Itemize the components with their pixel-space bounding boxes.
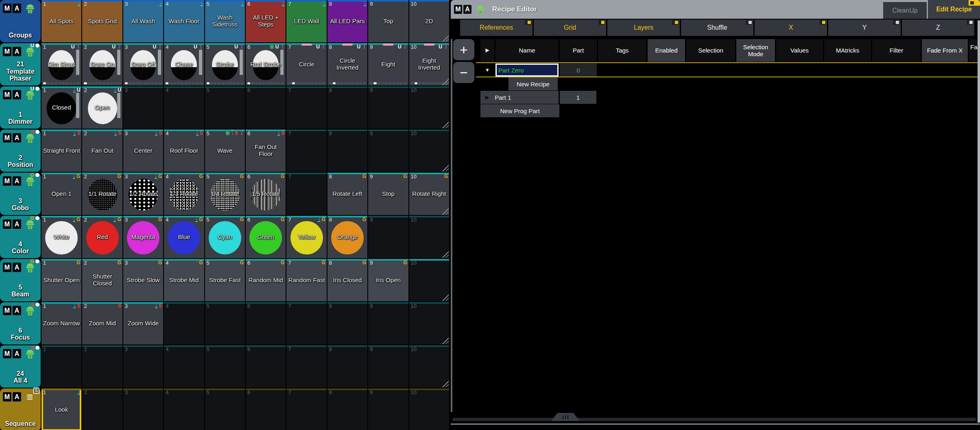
- pool-all4-cell-8[interactable]: 8: [327, 345, 367, 388]
- pool-gobo-cell-2[interactable]: 2G1/1 Rotate: [82, 173, 122, 215]
- pool-color-cell-2[interactable]: 2↓GRed: [82, 216, 122, 258]
- pool-focus-cell-8[interactable]: 8: [327, 302, 367, 344]
- column-header-selection-mode[interactable]: Selection Mode: [736, 39, 775, 62]
- pool-beam-cell-4[interactable]: 4GStrobe Mid: [164, 259, 204, 301]
- pool-dimmer-cell-9[interactable]: 9: [368, 86, 408, 129]
- row-expand-arrow-part-1[interactable]: ▶: [485, 94, 489, 100]
- pool-header-beam[interactable]: GMA5Beam: [0, 259, 41, 301]
- pool-header-all4[interactable]: SMA24All 4: [0, 345, 41, 388]
- tab-x[interactable]: X: [755, 20, 827, 36]
- pool-focus-cell-6[interactable]: 6: [246, 302, 286, 344]
- pool-color-cell-3[interactable]: 3GMagenta: [123, 216, 163, 258]
- pool-dimmer-cell-1[interactable]: 1↓UClosed: [41, 86, 81, 129]
- pool-header-gobo[interactable]: GMA3Gobo: [0, 173, 41, 215]
- pool-header-color[interactable]: GMA4Color: [0, 216, 41, 258]
- pool-all4-cell-1[interactable]: 1: [41, 345, 81, 388]
- pool-template-phaser-cell-4[interactable]: 4U⋮Chase: [164, 43, 204, 86]
- pool-color-cell-6[interactable]: 6GGreen: [246, 216, 286, 258]
- pool-focus-cell-10[interactable]: 10: [409, 302, 449, 344]
- pool-all4-cell-2[interactable]: 2: [82, 345, 122, 388]
- pool-dimmer-cell-3[interactable]: 3: [123, 86, 163, 129]
- pool-all4-cell-5[interactable]: 5: [205, 345, 245, 388]
- column-header-fade-from-x[interactable]: Fade From X: [922, 39, 968, 62]
- pool-resize-handle[interactable]: [441, 250, 449, 258]
- pool-focus-cell-2[interactable]: 2SZoom Mid: [82, 302, 122, 344]
- pool-sequence-cell-1[interactable]: 1↓Look: [41, 388, 81, 430]
- pool-focus-cell-7[interactable]: 7: [286, 302, 326, 344]
- remove-row-button[interactable]: −: [453, 62, 474, 83]
- pool-dimmer-cell-8[interactable]: 8: [327, 86, 367, 129]
- pool-groups-cell-9[interactable]: 9Top: [368, 0, 408, 42]
- column-header-name[interactable]: Name: [495, 39, 559, 62]
- pool-gobo-cell-3[interactable]: 3↓G1/2 Rotate: [123, 173, 163, 215]
- pool-sequence-cell-6[interactable]: 6: [246, 388, 286, 430]
- pool-resize-handle[interactable]: [441, 206, 449, 215]
- pool-position-cell-9[interactable]: 9: [368, 129, 408, 172]
- pool-template-phaser-cell-3[interactable]: 3U⋮Snap Off: [123, 43, 163, 86]
- left-scrollbar[interactable]: [451, 39, 452, 412]
- pool-gobo-cell-7[interactable]: 7: [286, 173, 326, 215]
- pool-color-cell-1[interactable]: 1↓GWhite: [41, 216, 81, 258]
- row-part-1[interactable]: ▶Part 1: [480, 91, 559, 104]
- pool-groups-cell-4[interactable]: 4↓Wash Floor: [164, 0, 204, 42]
- tab-z[interactable]: Z: [902, 20, 974, 36]
- pool-color-cell-8[interactable]: 8GOrange: [327, 216, 367, 258]
- pool-template-phaser-cell-6[interactable]: 6▦U⋮Rnd Strobe: [246, 43, 286, 86]
- pool-sequence-cell-9[interactable]: 9: [368, 388, 408, 430]
- pool-resize-handle[interactable]: [441, 120, 449, 128]
- column-header-selection[interactable]: Selection: [686, 39, 735, 62]
- pool-groups-cell-2[interactable]: 2Spots Grid: [82, 0, 122, 42]
- pool-focus-cell-1[interactable]: 1↓SZoom Narrow: [41, 302, 81, 344]
- pool-sequence-cell-8[interactable]: 8: [327, 388, 367, 430]
- pool-beam-cell-1[interactable]: 1GShutter Open: [41, 259, 81, 301]
- column-header-filter[interactable]: Filter: [872, 39, 921, 62]
- column-header-tags[interactable]: Tags: [598, 39, 646, 62]
- pool-color-cell-7[interactable]: 7↓GYellow: [286, 216, 326, 258]
- window-pin-indicator[interactable]: [969, 0, 980, 6]
- pool-beam-cell-5[interactable]: 5GStrobe Fast: [205, 259, 245, 301]
- column-header-matricks[interactable]: MAtricks: [824, 39, 871, 62]
- pool-template-phaser-cell-2[interactable]: 2U⋮Snap On: [82, 43, 122, 86]
- pool-position-cell-8[interactable]: 8: [327, 129, 367, 172]
- action-row-new-prog-part[interactable]: New Prog Part: [480, 104, 559, 117]
- pool-position-cell-1[interactable]: 1↓SStraight Front: [41, 129, 81, 172]
- pool-position-cell-7[interactable]: 7: [286, 129, 326, 172]
- pool-groups-cell-6[interactable]: 6↓All LED + Steps: [246, 0, 286, 42]
- pool-gobo-cell-1[interactable]: 1↓GOpen 1: [41, 173, 81, 215]
- pool-beam-cell-3[interactable]: 3GStrobe Slow: [123, 259, 163, 301]
- cleanup-button[interactable]: CleanUp: [883, 2, 927, 19]
- pool-position-cell-10[interactable]: 10: [409, 129, 449, 172]
- pool-all4-cell-7[interactable]: 7: [286, 345, 326, 388]
- pool-sequence-cell-4[interactable]: 4: [164, 388, 204, 430]
- pool-focus-cell-4[interactable]: 4: [164, 302, 204, 344]
- pool-template-phaser-cell-9[interactable]: 9U⋮Eight: [368, 43, 408, 86]
- tab-grid[interactable]: Grid: [534, 20, 606, 36]
- right-scrollbar[interactable]: [978, 20, 980, 423]
- pool-position-cell-5[interactable]: 5▦↓S⋮Wave: [205, 129, 245, 172]
- pool-dimmer-cell-2[interactable]: 2↓UOpen: [82, 86, 122, 129]
- pool-gobo-cell-8[interactable]: 8GRotate Left: [327, 173, 367, 215]
- pool-header-dimmer[interactable]: UMA1Dimmer: [0, 86, 41, 129]
- pool-focus-cell-9[interactable]: 9: [368, 302, 408, 344]
- pool-resize-handle[interactable]: [441, 379, 449, 387]
- pool-gobo-cell-4[interactable]: 4G1/3 Rotate: [164, 173, 204, 215]
- pool-beam-cell-10[interactable]: 10: [409, 259, 449, 301]
- pool-color-cell-9[interactable]: 9: [368, 216, 408, 258]
- pool-focus-cell-5[interactable]: 5: [205, 302, 245, 344]
- pool-resize-handle[interactable]: [441, 336, 449, 344]
- part-cell-part-1[interactable]: 1: [560, 91, 596, 104]
- column-header-expand[interactable]: ▶: [480, 39, 494, 62]
- column-header-values[interactable]: Values: [776, 39, 823, 62]
- pool-all4-cell-6[interactable]: 6: [246, 345, 286, 388]
- pool-header-position[interactable]: SMA2Position: [0, 129, 41, 172]
- pool-position-cell-6[interactable]: 6↓SFan Out Floor: [246, 129, 286, 172]
- pool-header-sequence[interactable]: SMA≡Sequence: [0, 388, 41, 430]
- pool-all4-cell-9[interactable]: 9: [368, 345, 408, 388]
- bottom-scrollbar-track[interactable]: [452, 418, 976, 421]
- pool-beam-cell-7[interactable]: 7GRandom Fast: [286, 259, 326, 301]
- pool-template-phaser-cell-5[interactable]: 5U⋮Strobe: [205, 43, 245, 86]
- pool-gobo-cell-9[interactable]: 9GStop: [368, 173, 408, 215]
- pool-dimmer-cell-5[interactable]: 5: [205, 86, 245, 129]
- pool-resize-handle[interactable]: [441, 77, 449, 85]
- pool-resize-handle[interactable]: [441, 34, 449, 42]
